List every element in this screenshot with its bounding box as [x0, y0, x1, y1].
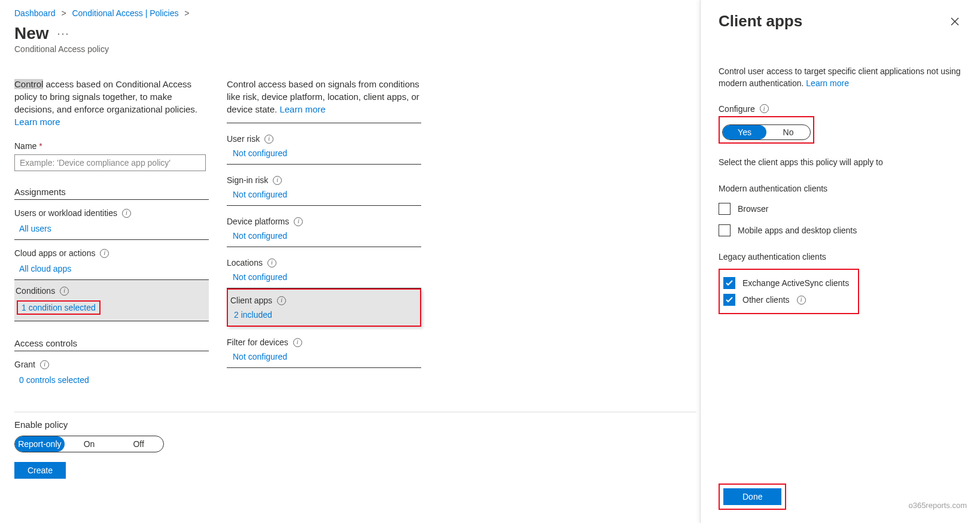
done-button[interactable]: Done	[723, 488, 781, 505]
panel-description: Control user access to target specific c…	[719, 65, 962, 90]
info-icon[interactable]: i	[277, 296, 286, 305]
intro-text: Control access based on Conditional Acce…	[14, 78, 209, 128]
grant-label: Grant i	[14, 360, 209, 369]
checkbox-label: Exchange ActiveSync clients	[742, 278, 849, 288]
enable-policy-toggle[interactable]: Report-only On Off	[14, 436, 164, 452]
learn-more-link[interactable]: Learn more	[14, 117, 60, 127]
info-icon[interactable]: i	[293, 338, 302, 347]
toggle-report-only[interactable]: Report-only	[15, 436, 65, 452]
checkbox-icon[interactable]	[719, 224, 731, 236]
conditions-value-link[interactable]: 1 condition selected	[22, 303, 96, 312]
more-actions-icon[interactable]: ···	[57, 28, 70, 40]
name-input[interactable]	[14, 154, 206, 171]
condition-value-link[interactable]: Not configured	[227, 267, 421, 288]
checkbox-label: Mobile apps and desktop clients	[738, 226, 857, 235]
info-icon[interactable]: i	[40, 360, 49, 369]
condition-device-platforms: Device platformsi	[227, 217, 421, 226]
info-icon[interactable]: i	[264, 135, 273, 144]
checkbox-icon[interactable]	[723, 294, 735, 306]
panel-title: Client apps	[719, 12, 802, 31]
learn-more-link[interactable]: Learn more	[279, 104, 325, 114]
configure-yes[interactable]: Yes	[723, 125, 766, 139]
checkbox-icon[interactable]	[719, 203, 731, 215]
info-icon[interactable]: i	[760, 104, 769, 113]
enable-policy-label: Enable policy	[14, 419, 696, 430]
grant-value-link[interactable]: 0 controls selected	[14, 375, 209, 385]
name-label: Name *	[14, 141, 209, 151]
configure-no[interactable]: No	[766, 125, 810, 139]
page-subtitle: Conditional Access policy	[14, 44, 700, 54]
toggle-off[interactable]: Off	[114, 436, 163, 452]
users-label: Users or workload identities i	[14, 208, 209, 218]
checkbox-exchange-activesync[interactable]: Exchange ActiveSync clients	[723, 277, 854, 289]
condition-value-link[interactable]: Not configured	[227, 185, 421, 205]
toggle-on[interactable]: On	[65, 436, 114, 452]
condition-client-apps[interactable]: Client appsi 2 included	[227, 288, 421, 327]
info-icon[interactable]: i	[294, 217, 303, 226]
chevron-right-icon: >	[184, 8, 189, 18]
info-icon[interactable]: i	[797, 296, 806, 305]
create-button[interactable]: Create	[14, 462, 66, 479]
configure-label: Configure i	[719, 104, 962, 114]
condition-value-link[interactable]: Not configured	[227, 144, 421, 164]
checkbox-icon[interactable]	[723, 277, 735, 289]
checkbox-mobile-desktop[interactable]: Mobile apps and desktop clients	[719, 224, 962, 236]
condition-signin-risk: Sign-in riski	[227, 175, 421, 185]
access-controls-header: Access controls	[14, 338, 209, 348]
checkbox-label: Other clients	[742, 295, 790, 305]
watermark: o365reports.com	[908, 501, 967, 510]
info-icon[interactable]: i	[273, 176, 282, 185]
condition-value-link[interactable]: 2 included	[228, 305, 420, 326]
cloud-apps-label: Cloud apps or actions i	[14, 248, 209, 258]
info-icon[interactable]: i	[267, 259, 276, 267]
info-icon[interactable]: i	[122, 209, 131, 218]
modern-auth-header: Modern authentication clients	[719, 184, 962, 193]
legacy-auth-header: Legacy authentication clients	[719, 252, 962, 262]
checkbox-other-clients[interactable]: Other clients i	[723, 294, 854, 306]
close-icon[interactable]	[948, 14, 962, 29]
client-apps-panel: Client apps Control user access to targe…	[700, 0, 980, 523]
condition-value-link[interactable]: Not configured	[227, 347, 421, 367]
condition-locations: Locationsi	[227, 258, 421, 267]
info-icon[interactable]: i	[100, 249, 109, 258]
learn-more-link[interactable]: Learn more	[806, 78, 849, 88]
info-icon[interactable]: i	[60, 287, 69, 296]
breadcrumb-link[interactable]: Conditional Access | Policies	[72, 8, 178, 18]
condition-user-risk: User riski	[227, 134, 421, 144]
configure-toggle[interactable]: Yes No	[722, 124, 811, 140]
cloud-apps-value-link[interactable]: All cloud apps	[14, 264, 209, 273]
assignments-header: Assignments	[14, 187, 209, 197]
condition-value-link[interactable]: Not configured	[227, 226, 421, 247]
checkbox-label: Browser	[738, 204, 768, 214]
breadcrumb-link[interactable]: Dashboard	[14, 8, 56, 18]
checkbox-browser[interactable]: Browser	[719, 203, 962, 215]
conditions-item[interactable]: Conditions i 1 condition selected	[14, 280, 209, 321]
breadcrumb: Dashboard > Conditional Access | Policie…	[14, 8, 700, 18]
chevron-right-icon: >	[61, 8, 66, 18]
users-value-link[interactable]: All users	[14, 224, 209, 233]
conditions-intro: Control access based on signals from con…	[227, 78, 421, 115]
page-title: New	[14, 24, 49, 43]
select-clients-text: Select the client apps this policy will …	[719, 157, 962, 169]
condition-filter-devices: Filter for devicesi	[227, 337, 421, 347]
